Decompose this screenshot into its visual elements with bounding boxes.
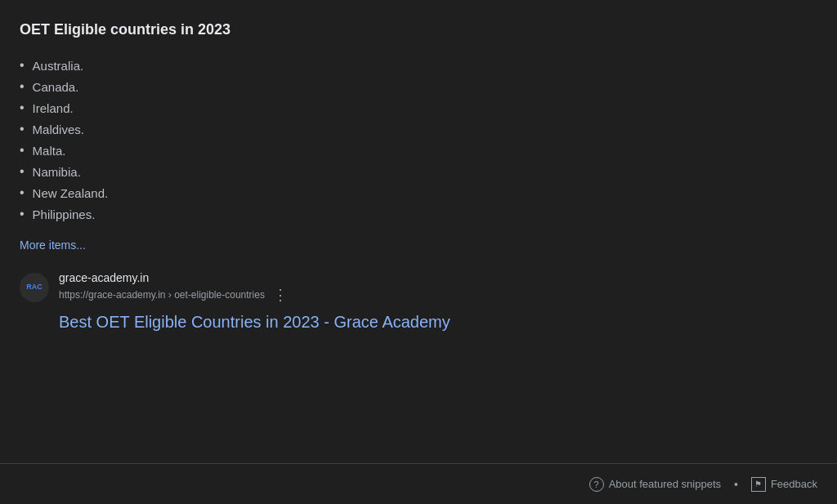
- snippet-container: OET Eligible countries in 2023 Australia…: [0, 0, 572, 333]
- list-item: Australia.: [20, 55, 553, 76]
- result-title-link[interactable]: Best OET Eligible Countries in 2023 - Gr…: [59, 310, 553, 333]
- list-item: Maldives.: [20, 118, 553, 140]
- list-item: New Zealand.: [20, 182, 553, 203]
- source-domain: grace-academy.in: [59, 271, 288, 284]
- flag-icon: ⚑: [751, 477, 766, 492]
- list-item: Malta.: [20, 140, 553, 161]
- list-item: Canada.: [20, 76, 553, 97]
- bottom-bar: ? About featured snippets • ⚑ Feedback: [0, 463, 837, 504]
- feedback-button[interactable]: ⚑ Feedback: [751, 477, 817, 492]
- list-item: Ireland.: [20, 97, 553, 118]
- favicon: RAC: [20, 273, 49, 302]
- source-url: https://grace-academy.in › oet-eligible-…: [59, 286, 288, 304]
- feedback-label: Feedback: [771, 478, 817, 490]
- about-snippets-link[interactable]: ? About featured snippets: [589, 477, 721, 492]
- snippet-title: OET Eligible countries in 2023: [20, 20, 553, 40]
- more-items-link[interactable]: More items...: [20, 239, 86, 252]
- help-icon: ?: [589, 477, 604, 492]
- list-item: Namibia.: [20, 161, 553, 182]
- favicon-text: RAC: [26, 283, 43, 292]
- dot-separator: •: [734, 478, 738, 491]
- countries-list: Australia.Canada.Ireland.Maldives.Malta.…: [20, 55, 553, 225]
- source-info: grace-academy.in https://grace-academy.i…: [59, 271, 288, 304]
- about-snippets-label: About featured snippets: [609, 478, 721, 490]
- list-item: Philippines.: [20, 203, 553, 225]
- three-dots-menu-icon[interactable]: ⋮: [273, 286, 288, 304]
- source-row: RAC grace-academy.in https://grace-acade…: [20, 271, 553, 304]
